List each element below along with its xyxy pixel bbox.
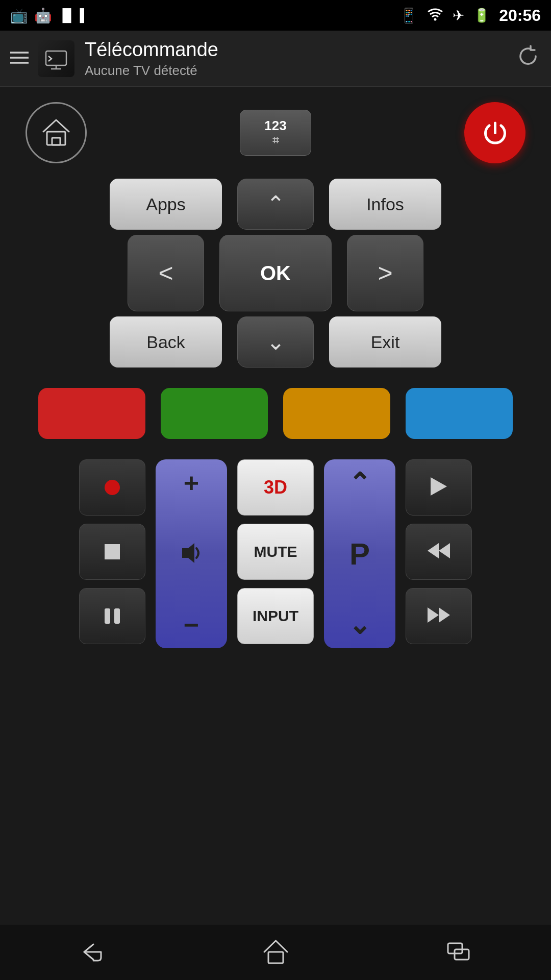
stop-button[interactable] xyxy=(79,524,145,580)
svg-rect-4 xyxy=(46,51,66,65)
channel-label: P xyxy=(349,536,370,572)
green-button[interactable] xyxy=(161,388,268,439)
record-dot-icon xyxy=(105,480,120,495)
remote-container: 123 ⌗ Apps ⌃ Infos < OK > xyxy=(0,87,551,664)
play-icon xyxy=(431,477,447,498)
power-button[interactable] xyxy=(464,102,525,163)
svg-marker-13 xyxy=(428,607,439,623)
volume-up-icon: + xyxy=(184,470,199,496)
apps-button[interactable]: Apps xyxy=(110,179,222,230)
channel-up-icon: ⌃ xyxy=(348,470,371,496)
svg-marker-10 xyxy=(431,477,447,496)
phone-icon: 📱 xyxy=(400,7,418,24)
blue-button[interactable] xyxy=(406,388,513,439)
down-button[interactable]: ⌄ xyxy=(237,316,314,368)
input-button[interactable]: INPUT xyxy=(237,588,314,644)
stop-square-icon xyxy=(105,544,120,559)
back-nav-button[interactable] xyxy=(61,932,122,973)
exit-button[interactable]: Exit xyxy=(329,316,441,368)
home-button[interactable] xyxy=(26,102,87,163)
wifi-icon xyxy=(427,7,443,24)
up-button[interactable]: ⌃ xyxy=(237,179,314,230)
bottom-nav xyxy=(0,924,551,980)
svg-point-0 xyxy=(434,18,437,20)
status-bar-left-icons: 📺 🤖 ▐▌▐ xyxy=(10,7,84,24)
app-subtitle: Aucune TV détecté xyxy=(85,63,505,79)
rewind-icon xyxy=(428,543,450,560)
play-button[interactable] xyxy=(406,459,472,516)
app-title-block: Télécommande Aucune TV détecté xyxy=(85,39,505,79)
col-record xyxy=(79,459,145,644)
row-nav-top: Apps ⌃ Infos xyxy=(26,179,525,230)
back-button[interactable]: Back xyxy=(110,316,222,368)
app-icon-3: ▐▌▐ xyxy=(58,8,84,22)
col-playback xyxy=(406,459,472,644)
app-icon-1: 📺 xyxy=(10,7,28,24)
yellow-button[interactable] xyxy=(283,388,390,439)
menu-button[interactable] xyxy=(10,48,29,69)
status-bar: 📺 🤖 ▐▌▐ 📱 ✈ 🔋 20:56 xyxy=(0,0,551,31)
channel-slider[interactable]: ⌃ P ⌄ xyxy=(324,459,395,648)
mute-button[interactable]: MUTE xyxy=(237,524,314,580)
row-top: 123 ⌗ xyxy=(26,102,525,163)
numpad-button[interactable]: 123 ⌗ xyxy=(240,110,311,156)
row-nav-bot: Back ⌄ Exit xyxy=(26,316,525,368)
svg-rect-8 xyxy=(52,138,60,145)
left-button[interactable]: < xyxy=(128,235,204,311)
plane-icon: ✈ xyxy=(453,7,464,24)
svg-rect-15 xyxy=(268,952,283,963)
ok-button[interactable]: OK xyxy=(219,235,332,311)
svg-marker-12 xyxy=(428,543,439,558)
app-icon-2: 🤖 xyxy=(34,7,52,24)
volume-down-icon: − xyxy=(184,611,199,638)
app-logo-icon xyxy=(38,40,74,77)
volume-slider[interactable]: + − xyxy=(156,459,227,648)
status-time: 20:56 xyxy=(499,6,541,25)
fastforward-button[interactable] xyxy=(406,588,472,644)
svg-marker-11 xyxy=(439,543,450,558)
pause-icon xyxy=(105,608,120,624)
app-title: Télécommande xyxy=(85,39,505,61)
row-ok: < OK > xyxy=(26,235,525,311)
red-button[interactable] xyxy=(38,388,145,439)
svg-marker-9 xyxy=(182,543,194,563)
battery-icon: 🔋 xyxy=(473,8,490,23)
app-bar: Télécommande Aucune TV détecté xyxy=(0,31,551,87)
channel-down-icon: ⌄ xyxy=(348,611,371,638)
col-center: 3D MUTE INPUT xyxy=(237,459,314,644)
home-nav-button[interactable] xyxy=(245,932,306,973)
pause-button[interactable] xyxy=(79,588,145,644)
rewind-button[interactable] xyxy=(406,524,472,580)
volume-icon xyxy=(176,539,207,569)
infos-button[interactable]: Infos xyxy=(329,179,441,230)
svg-marker-14 xyxy=(439,607,450,623)
3d-button[interactable]: 3D xyxy=(237,459,314,516)
refresh-button[interactable] xyxy=(515,43,541,74)
record-button[interactable] xyxy=(79,459,145,516)
row-media: + − 3D MUTE INPUT ⌃ P ⌄ xyxy=(26,459,525,648)
fastforward-icon xyxy=(428,607,450,625)
row-color xyxy=(26,388,525,439)
recent-nav-button[interactable] xyxy=(429,932,490,973)
right-button[interactable]: > xyxy=(347,235,423,311)
